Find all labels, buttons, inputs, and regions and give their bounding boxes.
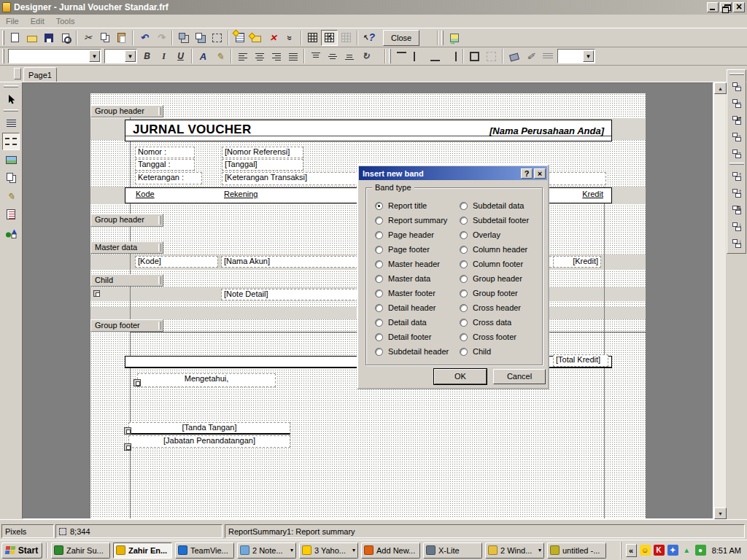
- column-rekening[interactable]: Rekening: [224, 190, 258, 198]
- bring-to-front-button[interactable]: [175, 30, 192, 46]
- chevron-down-icon[interactable]: [290, 547, 293, 553]
- align-middle-button[interactable]: [324, 48, 341, 64]
- band-tab-master-data[interactable]: Master data: [90, 241, 163, 254]
- taskbar-clock[interactable]: 8:51 AM: [712, 546, 741, 555]
- radio-button-icon[interactable]: [460, 246, 468, 254]
- start-button[interactable]: Start: [1, 542, 42, 559]
- field-kredit[interactable]: [Kredit]: [553, 256, 601, 268]
- taskbar-button[interactable]: 3 Yaho...: [299, 542, 358, 559]
- italic-button[interactable]: [155, 48, 172, 64]
- band-tab-group-header[interactable]: Group header: [90, 105, 163, 117]
- status-person-tray-icon[interactable]: ●: [695, 545, 706, 556]
- field-total-kredit[interactable]: [Total Kredit]: [553, 354, 608, 367]
- minimize-button[interactable]: [707, 2, 719, 12]
- center-horizontally-button[interactable]: →: [729, 145, 745, 161]
- expand-button[interactable]: [282, 30, 298, 46]
- menu-item-tools[interactable]: Tools: [50, 15, 81, 27]
- radio-button-icon[interactable]: [460, 333, 468, 341]
- context-help-button[interactable]: [360, 30, 377, 46]
- dialog-close-button[interactable]: ×: [534, 168, 546, 179]
- chevron-down-icon[interactable]: ▼: [89, 50, 100, 62]
- chevron-down-icon[interactable]: [538, 547, 541, 553]
- band-type-option[interactable]: Cross header: [460, 300, 529, 315]
- align-right-button[interactable]: [268, 48, 285, 64]
- preview-button[interactable]: [57, 30, 74, 46]
- frame-style-button[interactable]: [539, 48, 556, 64]
- delete-button[interactable]: [265, 30, 282, 46]
- label-tanggal[interactable]: Tanggal :: [135, 159, 195, 171]
- toolbar-grip[interactable]: [441, 31, 444, 45]
- subreport-object-button[interactable]: [2, 169, 20, 187]
- band-tab-group-footer[interactable]: Group footer: [90, 319, 163, 332]
- field-nomor-referensi[interactable]: [Nomor Referensi]: [222, 147, 303, 158]
- chevron-down-icon[interactable]: ▼: [583, 50, 594, 62]
- undo-button[interactable]: [136, 30, 152, 46]
- copy-button[interactable]: [96, 30, 113, 46]
- shape-object-button[interactable]: [2, 224, 20, 241]
- band-type-option[interactable]: Column footer: [460, 257, 529, 271]
- messenger-tray-icon[interactable]: ✦: [667, 545, 678, 556]
- field-kode[interactable]: [Kode]: [135, 256, 218, 268]
- fill-color-button[interactable]: [506, 48, 522, 64]
- radio-button-icon[interactable]: [460, 348, 468, 356]
- ok-button[interactable]: OK: [434, 369, 487, 384]
- field-jabatan[interactable]: [Jabatan Penandatangan]: [128, 435, 290, 448]
- band-type-option[interactable]: Master data: [375, 271, 449, 286]
- radio-button-icon[interactable]: [460, 202, 468, 210]
- band-type-option[interactable]: Detail footer: [375, 330, 449, 344]
- center-vertically-button[interactable]: ↓: [729, 235, 745, 251]
- field-tanda-tangan[interactable]: [Tanda Tangan]: [128, 422, 290, 435]
- scroll-up-button[interactable]: ▲: [714, 82, 727, 94]
- show-grid-button[interactable]: [304, 30, 321, 46]
- taskbar-button[interactable]: Zahir En...: [113, 542, 172, 559]
- frame-width-select[interactable]: ▼: [557, 49, 595, 63]
- radio-button-icon[interactable]: [375, 246, 383, 254]
- taskbar-button[interactable]: untitled -...: [547, 542, 606, 559]
- tab-page1[interactable]: Page1: [23, 67, 57, 82]
- radio-button-icon[interactable]: [375, 260, 383, 268]
- align-bottoms-button[interactable]: ↓: [729, 218, 745, 234]
- toolbar-grip[interactable]: [2, 49, 4, 63]
- band-tab-group-header-2[interactable]: Group header: [90, 214, 163, 227]
- open-report-button[interactable]: [23, 30, 40, 46]
- kaspersky-tray-icon[interactable]: K: [654, 545, 665, 556]
- frame-color-button[interactable]: [522, 48, 539, 64]
- radio-button-icon[interactable]: [460, 289, 468, 298]
- taskbar-button[interactable]: Zahir Su...: [51, 542, 110, 559]
- toolbar-grip[interactable]: [4, 85, 18, 88]
- align-justify-button[interactable]: [285, 48, 301, 64]
- frame-top-button[interactable]: [393, 48, 410, 64]
- radio-button-icon[interactable]: [460, 275, 468, 283]
- align-horizontal-centers-button[interactable]: ↔: [729, 95, 745, 111]
- cut-button[interactable]: [80, 30, 96, 46]
- radio-button-icon[interactable]: [375, 348, 383, 356]
- align-tops-button[interactable]: ↑: [729, 168, 745, 184]
- space-equally-vertical-button[interactable]: ⇅: [729, 201, 745, 217]
- new-report-button[interactable]: [7, 30, 23, 46]
- frame-left-button[interactable]: [410, 48, 427, 64]
- band-type-option[interactable]: Master header: [375, 257, 449, 271]
- network-tray-icon[interactable]: ▲: [681, 545, 692, 556]
- radio-button-icon[interactable]: [375, 217, 383, 225]
- align-top-button[interactable]: [307, 48, 324, 64]
- menu-item-file[interactable]: File: [0, 15, 25, 27]
- chevron-down-icon[interactable]: ▼: [125, 50, 136, 62]
- underline-button[interactable]: [172, 48, 189, 64]
- radio-button-icon[interactable]: [375, 319, 383, 327]
- radio-button-icon[interactable]: [375, 304, 383, 312]
- radio-button-icon[interactable]: [460, 217, 468, 225]
- taskbar-button[interactable]: TeamVie...: [175, 542, 234, 559]
- band-type-option[interactable]: Page footer: [375, 242, 449, 257]
- band-type-option[interactable]: Master footer: [375, 286, 449, 300]
- dialog-help-button[interactable]: ?: [521, 168, 533, 179]
- label-keterangan[interactable]: Keterangan :: [135, 172, 202, 184]
- band-type-option[interactable]: Group footer: [460, 286, 529, 300]
- taskbar-button[interactable]: 2 Note...: [237, 542, 296, 559]
- band-type-option[interactable]: Column header: [460, 242, 529, 257]
- yahoo-messenger-tray-icon[interactable]: ☺: [640, 545, 651, 556]
- cancel-button[interactable]: Cancel: [493, 369, 546, 384]
- band-type-option[interactable]: Subdetail data: [460, 198, 529, 213]
- restore-button[interactable]: [720, 2, 732, 12]
- highlight-button[interactable]: [212, 48, 228, 64]
- column-kode[interactable]: Kode: [136, 190, 155, 198]
